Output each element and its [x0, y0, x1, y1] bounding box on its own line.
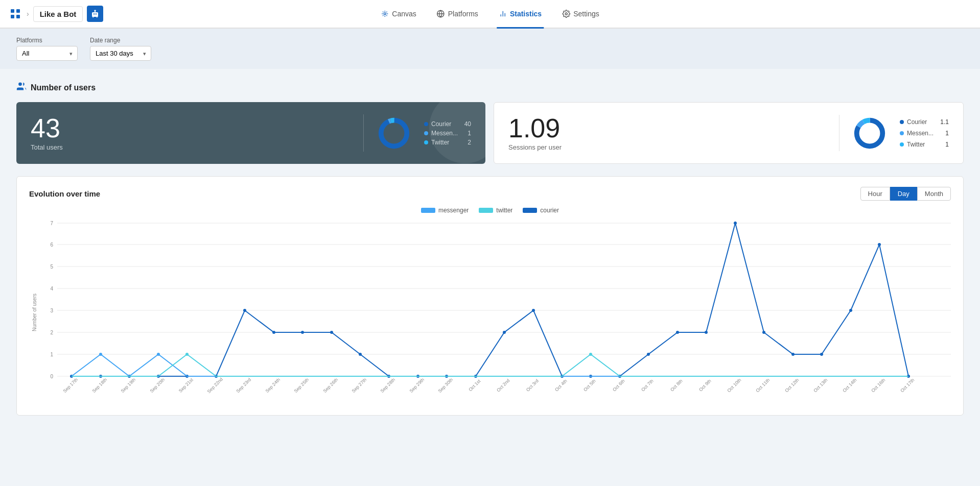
- courier-dot-22: [705, 331, 708, 334]
- courier-legend-rect: [523, 208, 537, 213]
- messenger-dot: [424, 131, 428, 135]
- stat-left-light: 1.09 Sessions per user: [508, 115, 827, 151]
- tab-settings[interactable]: Settings: [560, 1, 601, 29]
- twitter-label-light: Twitter: [907, 141, 925, 148]
- platforms-select-wrapper: All Courier Messenger Twitter: [16, 46, 78, 61]
- x-label-26: Oct 13th: [812, 377, 828, 393]
- messenger-line: [72, 354, 908, 376]
- y-label-6: 6: [50, 242, 53, 248]
- stat-card-total-users: 43 Total users: [16, 102, 485, 164]
- y-label-1: 1: [50, 352, 53, 357]
- donut-chart-dark: [376, 115, 412, 151]
- users-icon: [16, 81, 27, 94]
- courier-value-light: 1.1: [937, 118, 949, 126]
- y-label-5: 5: [50, 264, 53, 270]
- grid-icon[interactable]: [8, 7, 22, 21]
- svg-rect-2: [11, 15, 14, 18]
- courier-dot-6: [243, 309, 246, 312]
- evolution-chart-card: Evolution over time Hour Day Month messe…: [16, 176, 964, 416]
- bot-icon: [87, 6, 103, 22]
- platforms-filter: Platforms All Courier Messenger Twitter: [16, 37, 78, 61]
- messenger-value-light: 1: [937, 130, 949, 137]
- date-range-select[interactable]: Last 30 days Last 7 days Last 90 days Cu…: [90, 46, 151, 61]
- courier-value: 40: [461, 120, 471, 128]
- stat-chart-light: Courier 1.1 Messen... 1 Twitter 1: [852, 115, 949, 151]
- date-range-filter: Date range Last 30 days Last 7 days Last…: [90, 37, 151, 61]
- x-label-20: Oct 7th: [640, 378, 655, 393]
- breadcrumb-chevron: ›: [27, 10, 29, 18]
- mess-dot-1: [99, 353, 102, 356]
- x-label-17: Oct 4th: [554, 378, 568, 393]
- stat-divider-dark: [363, 114, 364, 152]
- platforms-select[interactable]: All Courier Messenger Twitter: [16, 46, 78, 61]
- x-label-5: Sep 22nd: [206, 377, 224, 394]
- stat-left-dark: 43 Total users: [31, 115, 351, 151]
- legend-item-messenger: Messen... 1: [424, 130, 471, 137]
- courier-line: [72, 223, 908, 376]
- svg-rect-3: [16, 15, 20, 18]
- stat-card-sessions: 1.09 Sessions per user Co: [494, 102, 964, 164]
- legend-messenger: messenger: [421, 207, 469, 214]
- y-label-0: 0: [50, 374, 53, 379]
- time-toggle: Hour Day Month: [860, 187, 951, 201]
- twitter-legend-rect: [479, 208, 493, 213]
- y-label-3: 3: [50, 308, 53, 313]
- courier-dot-26: [820, 353, 823, 356]
- x-label-9: Sep 26th: [322, 377, 339, 394]
- x-label-25: Oct 12th: [784, 377, 800, 393]
- courier-dot-27: [849, 309, 852, 312]
- svg-point-21: [385, 124, 403, 142]
- svg-point-11: [384, 13, 386, 15]
- x-label-6: Sep 23rd: [235, 377, 252, 394]
- svg-point-17: [18, 83, 22, 86]
- chart-header: Evolution over time Hour Day Month: [29, 187, 951, 201]
- legend-item-courier: Courier 40: [424, 120, 471, 128]
- y-label-7: 7: [50, 221, 53, 226]
- twitter-dot: [424, 140, 428, 144]
- courier-dot-24: [762, 331, 765, 334]
- section-title-text: Number of users: [31, 83, 96, 92]
- courier-dot: [424, 122, 428, 126]
- twitter-line: [72, 354, 908, 376]
- svg-rect-1: [16, 9, 20, 13]
- tab-statistics[interactable]: Statistics: [497, 1, 544, 29]
- x-label-14: Oct 1st: [468, 378, 482, 393]
- donut-chart-light: [852, 115, 888, 151]
- x-label-19: Oct 6th: [612, 378, 626, 393]
- platforms-label: Platforms: [16, 37, 78, 44]
- nav-tabs: Canvas Platforms Statistics Settings: [379, 1, 601, 28]
- courier-dot-20: [647, 353, 650, 356]
- y-label-2: 2: [50, 330, 53, 335]
- tab-platforms[interactable]: Platforms: [435, 1, 480, 29]
- y-axis-title: Number of users: [32, 294, 37, 331]
- svg-point-25: [860, 124, 878, 142]
- day-button[interactable]: Day: [890, 187, 917, 201]
- messenger-label: Messen...: [431, 130, 458, 137]
- tab-canvas[interactable]: Canvas: [379, 1, 418, 29]
- courier-dot-21: [676, 331, 679, 334]
- main-content: Number of users 43 Total users: [0, 69, 980, 428]
- svg-rect-4: [92, 12, 98, 17]
- courier-label: Courier: [431, 120, 451, 128]
- mess-dot-3: [157, 353, 160, 356]
- sessions-label: Sessions per user: [508, 143, 827, 151]
- x-label-4: Sep 21st: [178, 377, 195, 394]
- x-label-29: Oct 17th: [899, 377, 915, 393]
- x-label-3: Sep 20th: [149, 377, 166, 394]
- total-users-label: Total users: [31, 143, 351, 151]
- x-label-15: Oct 2nd: [496, 378, 510, 393]
- x-label-0: Sep 17th: [62, 377, 79, 394]
- courier-dot-28: [878, 243, 881, 246]
- legend-dark: Courier 40 Messen... 1 Twitter 2: [424, 120, 471, 146]
- y-label-4: 4: [50, 286, 53, 291]
- nav-left: › Like a Bot: [8, 6, 103, 22]
- twitter-legend-label: twitter: [496, 207, 512, 214]
- month-button[interactable]: Month: [917, 187, 951, 201]
- stat-chart-dark: Courier 40 Messen... 1 Twitter 2: [376, 115, 471, 151]
- date-range-select-wrapper: Last 30 days Last 7 days Last 90 days Cu…: [90, 46, 151, 61]
- section-title: Number of users: [16, 81, 964, 94]
- hour-button[interactable]: Hour: [860, 187, 890, 201]
- line-chart-svg: Number of users 0 1 2: [29, 218, 951, 407]
- courier-legend-label: courier: [540, 207, 559, 214]
- twitter-value: 2: [461, 139, 471, 146]
